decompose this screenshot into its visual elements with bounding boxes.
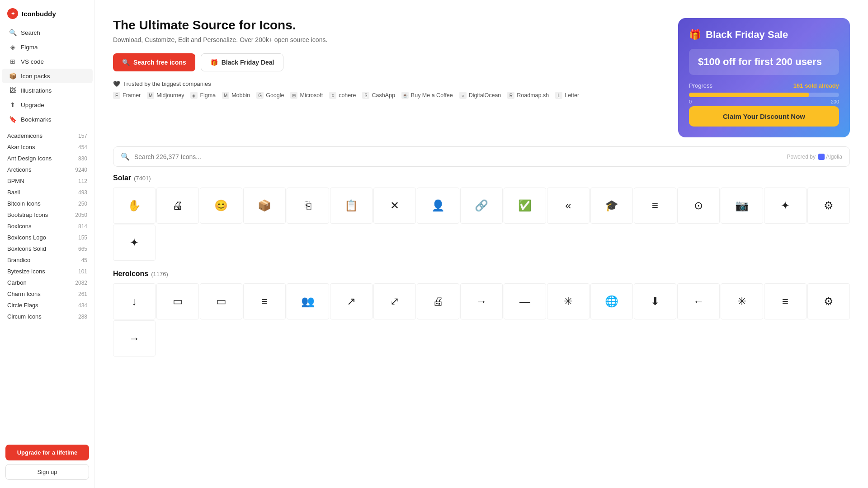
upgrade-icon: ⬆ (9, 101, 16, 108)
company-logo-item: M Midjourney (147, 92, 184, 99)
sidebar-pack-item[interactable]: Brandico 45 (0, 254, 94, 266)
icon-cell[interactable]: 🎓 (590, 188, 633, 224)
icon-cell[interactable]: ⚙ (807, 188, 850, 224)
sidebar-item-vscode[interactable]: ⊞ VS code (2, 54, 93, 69)
icon-packs-icon: 📦 (9, 72, 16, 80)
sidebar-item-label: VS code (21, 58, 44, 65)
icon-cell[interactable]: 👤 (417, 188, 459, 224)
search-bar-icon: 🔍 (121, 152, 130, 161)
icon-cell[interactable]: 🌐 (590, 283, 633, 319)
black-friday-button[interactable]: 🎁 Black Friday Deal (201, 53, 284, 71)
signup-button[interactable]: Sign up (5, 464, 89, 480)
pack-name: Charm Icons (7, 291, 41, 297)
icon-cell[interactable]: 🖨 (156, 188, 199, 224)
trusted-label: 🖤 Trusted by the biggest companies (113, 80, 669, 87)
icon-cell[interactable]: — (504, 283, 546, 319)
search-input[interactable] (134, 153, 783, 160)
icon-cell[interactable]: 🖨 (417, 283, 459, 319)
icon-cell[interactable]: ✳ (721, 283, 763, 319)
icon-cell[interactable]: ≡ (634, 188, 676, 224)
pack-count: 112 (78, 178, 87, 184)
icon-cell[interactable]: ↗ (330, 283, 373, 319)
icon-cell[interactable]: ✕ (373, 188, 416, 224)
figma-icon: ◈ (9, 43, 16, 51)
heroicons-section: HeroIcons (1176) ↓▭▭≡👥↗⤢🖨→—✳🌐⬇←✳≡⚙→ (95, 270, 868, 366)
company-name: Microsoft (300, 92, 323, 99)
icon-cell[interactable]: ✦ (113, 225, 156, 261)
icon-cell[interactable]: ≡ (243, 283, 286, 319)
sidebar-pack-item[interactable]: Circum Icons 288 (0, 311, 94, 322)
sidebar-pack-item[interactable]: Academicons 157 (0, 130, 94, 141)
sidebar-item-figma[interactable]: ◈ Figma (2, 40, 93, 54)
sidebar-item-illustrations[interactable]: 🖼 Illustrations (2, 83, 93, 98)
pack-count: 454 (78, 144, 87, 150)
company-logos: F FramerM Midjourney◈ FigmaM MobbinG Goo… (113, 92, 669, 99)
icon-cell[interactable]: 🔗 (460, 188, 503, 224)
bf-sold-count: 161 sold already (793, 82, 839, 89)
sidebar-item-icon-packs[interactable]: 📦 Icon packs (2, 69, 93, 83)
icon-cell[interactable]: « (547, 188, 590, 224)
icon-cell[interactable]: ⎗ (287, 188, 329, 224)
sidebar-pack-item[interactable]: Basil 493 (0, 187, 94, 198)
sidebar-item-bookmarks[interactable]: 🔖 Bookmarks (2, 112, 93, 127)
sidebar-pack-item[interactable]: Carbon 2082 (0, 277, 94, 288)
sidebar-pack-item[interactable]: BoxIcons 814 (0, 221, 94, 232)
pack-name: Academicons (7, 132, 42, 139)
company-name: Mobbin (231, 92, 250, 99)
sidebar-item-search[interactable]: 🔍 Search (2, 25, 93, 40)
sidebar-item-label: Upgrade (21, 102, 44, 108)
sidebar-item-label: Bookmarks (21, 116, 52, 123)
icon-cell[interactable]: 😊 (200, 188, 242, 224)
bf-progress-bar-bg (689, 93, 839, 97)
company-logo-item: ○ DigitalOcean (459, 92, 501, 99)
search-free-icons-button[interactable]: 🔍 Search free icons (113, 53, 195, 71)
company-icon: M (147, 92, 154, 99)
upgrade-lifetime-button[interactable]: Upgrade for a lifetime (5, 445, 89, 460)
sidebar-pack-item[interactable]: Bytesize Icons 101 (0, 266, 94, 277)
bf-progress-title: Progress (689, 82, 712, 89)
icon-cell[interactable]: ✋ (113, 188, 156, 224)
icon-cell[interactable]: ⚙ (807, 283, 850, 319)
icon-cell[interactable]: ✅ (504, 188, 546, 224)
claim-discount-button[interactable]: Claim Your Discount Now (689, 106, 839, 127)
icon-cell[interactable]: ✳ (547, 283, 590, 319)
icon-cell[interactable]: 📷 (721, 188, 763, 224)
sidebar-pack-item[interactable]: Bootstrap Icons 2050 (0, 209, 94, 221)
pack-count: 261 (78, 291, 87, 297)
company-icon: F (113, 92, 120, 99)
icon-cell[interactable]: ⤢ (373, 283, 416, 319)
app-logo[interactable]: ✦ Iconbuddy (0, 0, 94, 25)
icon-cell[interactable]: 👥 (287, 283, 329, 319)
pack-count: 493 (78, 189, 87, 196)
sidebar-pack-item[interactable]: Charm Icons 261 (0, 288, 94, 300)
sidebar-pack-item[interactable]: BPMN 112 (0, 175, 94, 187)
icon-cell[interactable]: ← (677, 283, 720, 319)
pack-name: Akar Icons (7, 144, 35, 150)
company-icon: L (555, 92, 562, 99)
sidebar-pack-item[interactable]: Circle Flags 434 (0, 300, 94, 311)
icon-cell[interactable]: ✦ (764, 188, 807, 224)
sidebar-nav: 🔍 Search◈ Figma⊞ VS code📦 Icon packs🖼 Il… (0, 25, 94, 127)
icon-cell[interactable]: → (113, 320, 156, 357)
sidebar-pack-item[interactable]: BoxIcons Logo 155 (0, 232, 94, 243)
pack-count: 157 (78, 133, 87, 139)
company-name: cohere (339, 92, 356, 99)
sidebar-pack-item[interactable]: Akar Icons 454 (0, 141, 94, 153)
icon-cell[interactable]: ▭ (156, 283, 199, 319)
sidebar-item-upgrade[interactable]: ⬆ Upgrade (2, 98, 93, 112)
sidebar-pack-item[interactable]: Ant Design Icons 830 (0, 153, 94, 164)
algolia-icon (818, 154, 825, 160)
icon-cell[interactable]: ▭ (200, 283, 242, 319)
sidebar-pack-item[interactable]: BoxIcons Solid 665 (0, 243, 94, 254)
icon-cell[interactable]: ⬇ (634, 283, 676, 319)
sidebar-pack-item[interactable]: Bitcoin Icons 250 (0, 198, 94, 209)
sidebar-pack-item[interactable]: Arcticons 9240 (0, 164, 94, 175)
icon-cell[interactable]: 📦 (243, 188, 286, 224)
icon-cell[interactable]: ≡ (764, 283, 807, 319)
icon-cell[interactable]: 📋 (330, 188, 373, 224)
icon-cell[interactable]: → (460, 283, 503, 319)
company-icon: ☕ (401, 92, 409, 99)
icon-cell[interactable]: ⊙ (677, 188, 720, 224)
icon-cell[interactable]: ↓ (113, 283, 156, 319)
pack-count: 434 (78, 302, 87, 309)
